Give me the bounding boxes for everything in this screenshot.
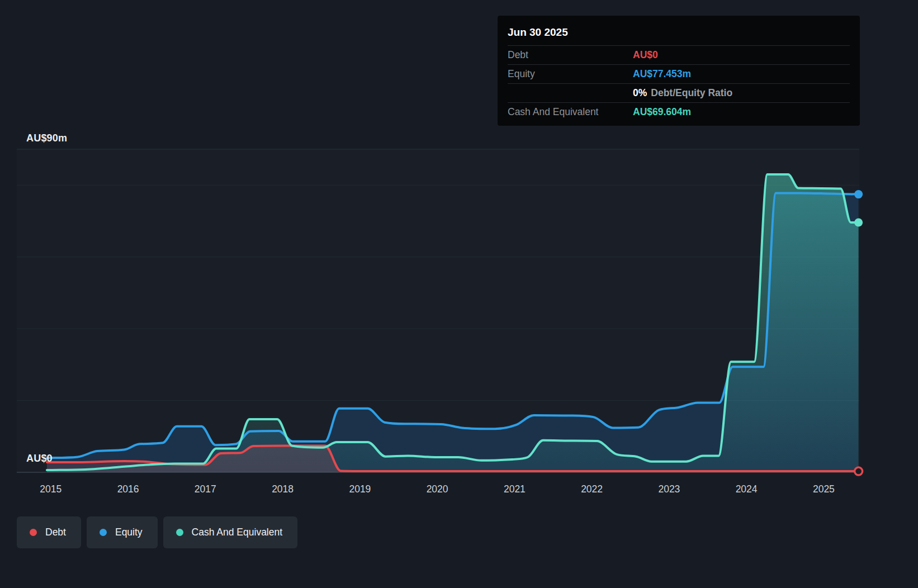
legend-item-cash[interactable]: Cash And Equivalent [163,516,297,548]
tooltip-debt-value: AU$0 [633,49,658,61]
x-axis-label-2025: 2025 [813,483,835,495]
x-axis-label-2015: 2015 [40,483,61,495]
x-axis-label-2018: 2018 [272,483,294,495]
x-axis-label-2020: 2020 [427,483,448,495]
hover-tooltip: Jun 30 2025 Debt AU$0 Equity AU$77.453m … [498,16,860,126]
tooltip-cash-label: Cash And Equivalent [508,106,633,118]
x-axis-label-2022: 2022 [581,483,603,495]
y-axis-label-zero: AU$0 [26,453,53,464]
legend-debt-label: Debt [45,527,66,538]
x-axis-label-2016: 2016 [117,483,139,495]
tooltip-equity-label: Equity [508,68,633,80]
legend-item-equity[interactable]: Equity [87,516,158,548]
legend-cash-label: Cash And Equivalent [192,527,282,538]
x-axis-label-2024: 2024 [736,483,758,495]
tooltip-ratio-value: 0% [633,87,647,98]
equity-dot-icon [100,529,107,536]
tooltip-cash-value: AU$69.604m [633,106,691,118]
x-axis-label-2021: 2021 [504,483,526,495]
tooltip-equity-value: AU$77.453m [633,68,691,80]
balance-sheet-history-chart: 2015201620172018201920202021202220232024… [0,0,918,588]
y-axis-label-max: AU$90m [26,132,67,144]
tooltip-row-equity: Equity AU$77.453m [508,65,850,84]
x-axis-label-2019: 2019 [349,483,371,495]
tooltip-row-ratio: 0%Debt/Equity Ratio [508,84,850,103]
x-axis-label-2017: 2017 [195,483,216,495]
legend: Debt Equity Cash And Equivalent [17,516,297,548]
cash-dot-icon [176,529,183,536]
tooltip-ratio-label: Debt/Equity Ratio [651,87,732,98]
tooltip-ratio: 0%Debt/Equity Ratio [633,87,732,99]
tooltip-date: Jun 30 2025 [508,22,850,46]
x-axis-label-2023: 2023 [658,483,680,495]
debt-end-marker [855,467,863,475]
debt-dot-icon [30,529,37,536]
equity-end-marker [854,190,863,198]
tooltip-row-debt: Debt AU$0 [508,46,850,65]
legend-equity-label: Equity [115,527,143,538]
tooltip-row-cash: Cash And Equivalent AU$69.604m [508,103,850,121]
tooltip-debt-label: Debt [508,49,633,61]
legend-item-debt[interactable]: Debt [17,516,81,548]
cash-and-equivalent-end-marker [854,219,863,227]
